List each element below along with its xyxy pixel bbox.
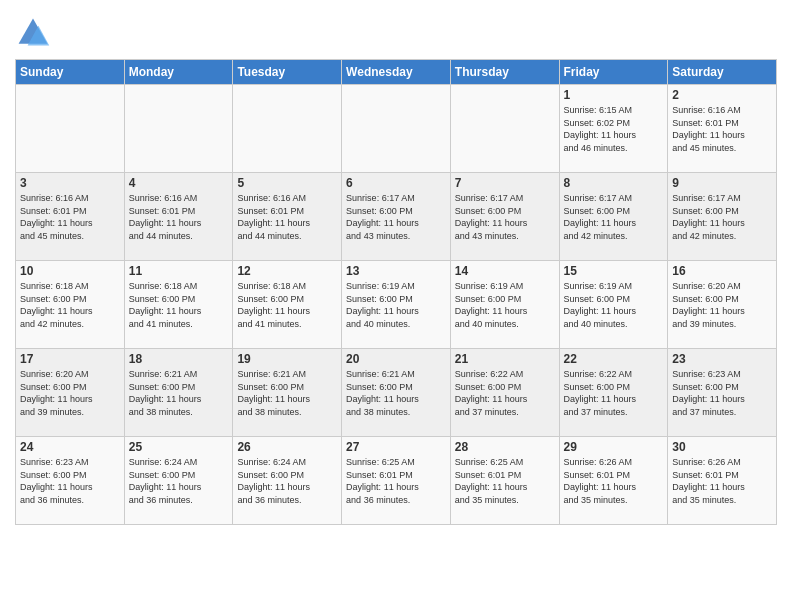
day-info: Sunrise: 6:23 AM Sunset: 6:00 PM Dayligh… — [20, 456, 120, 506]
logo-icon — [15, 15, 51, 51]
day-info: Sunrise: 6:20 AM Sunset: 6:00 PM Dayligh… — [20, 368, 120, 418]
day-info: Sunrise: 6:19 AM Sunset: 6:00 PM Dayligh… — [564, 280, 664, 330]
calendar-cell: 20Sunrise: 6:21 AM Sunset: 6:00 PM Dayli… — [342, 349, 451, 437]
calendar-cell: 13Sunrise: 6:19 AM Sunset: 6:00 PM Dayli… — [342, 261, 451, 349]
calendar-cell: 1Sunrise: 6:15 AM Sunset: 6:02 PM Daylig… — [559, 85, 668, 173]
calendar-week-row: 17Sunrise: 6:20 AM Sunset: 6:00 PM Dayli… — [16, 349, 777, 437]
day-number: 5 — [237, 176, 337, 190]
day-info: Sunrise: 6:16 AM Sunset: 6:01 PM Dayligh… — [237, 192, 337, 242]
day-number: 30 — [672, 440, 772, 454]
day-info: Sunrise: 6:21 AM Sunset: 6:00 PM Dayligh… — [129, 368, 229, 418]
calendar-cell: 15Sunrise: 6:19 AM Sunset: 6:00 PM Dayli… — [559, 261, 668, 349]
calendar-cell: 19Sunrise: 6:21 AM Sunset: 6:00 PM Dayli… — [233, 349, 342, 437]
day-number: 23 — [672, 352, 772, 366]
day-info: Sunrise: 6:19 AM Sunset: 6:00 PM Dayligh… — [346, 280, 446, 330]
day-number: 8 — [564, 176, 664, 190]
day-number: 24 — [20, 440, 120, 454]
day-info: Sunrise: 6:17 AM Sunset: 6:00 PM Dayligh… — [346, 192, 446, 242]
calendar-cell — [16, 85, 125, 173]
day-info: Sunrise: 6:26 AM Sunset: 6:01 PM Dayligh… — [672, 456, 772, 506]
day-info: Sunrise: 6:18 AM Sunset: 6:00 PM Dayligh… — [129, 280, 229, 330]
day-info: Sunrise: 6:25 AM Sunset: 6:01 PM Dayligh… — [346, 456, 446, 506]
day-number: 7 — [455, 176, 555, 190]
weekday-header-thursday: Thursday — [450, 60, 559, 85]
day-number: 4 — [129, 176, 229, 190]
calendar-cell: 11Sunrise: 6:18 AM Sunset: 6:00 PM Dayli… — [124, 261, 233, 349]
day-number: 1 — [564, 88, 664, 102]
weekday-header-saturday: Saturday — [668, 60, 777, 85]
calendar-cell: 16Sunrise: 6:20 AM Sunset: 6:00 PM Dayli… — [668, 261, 777, 349]
calendar-cell: 28Sunrise: 6:25 AM Sunset: 6:01 PM Dayli… — [450, 437, 559, 525]
day-info: Sunrise: 6:23 AM Sunset: 6:00 PM Dayligh… — [672, 368, 772, 418]
day-number: 20 — [346, 352, 446, 366]
calendar-cell: 23Sunrise: 6:23 AM Sunset: 6:00 PM Dayli… — [668, 349, 777, 437]
calendar-cell: 30Sunrise: 6:26 AM Sunset: 6:01 PM Dayli… — [668, 437, 777, 525]
day-info: Sunrise: 6:21 AM Sunset: 6:00 PM Dayligh… — [237, 368, 337, 418]
day-info: Sunrise: 6:24 AM Sunset: 6:00 PM Dayligh… — [129, 456, 229, 506]
day-info: Sunrise: 6:22 AM Sunset: 6:00 PM Dayligh… — [564, 368, 664, 418]
day-number: 18 — [129, 352, 229, 366]
day-info: Sunrise: 6:26 AM Sunset: 6:01 PM Dayligh… — [564, 456, 664, 506]
day-info: Sunrise: 6:25 AM Sunset: 6:01 PM Dayligh… — [455, 456, 555, 506]
calendar-cell: 26Sunrise: 6:24 AM Sunset: 6:00 PM Dayli… — [233, 437, 342, 525]
weekday-header-monday: Monday — [124, 60, 233, 85]
calendar-cell — [342, 85, 451, 173]
day-info: Sunrise: 6:19 AM Sunset: 6:00 PM Dayligh… — [455, 280, 555, 330]
day-number: 17 — [20, 352, 120, 366]
day-number: 11 — [129, 264, 229, 278]
calendar-week-row: 10Sunrise: 6:18 AM Sunset: 6:00 PM Dayli… — [16, 261, 777, 349]
day-info: Sunrise: 6:18 AM Sunset: 6:00 PM Dayligh… — [237, 280, 337, 330]
day-number: 25 — [129, 440, 229, 454]
day-number: 22 — [564, 352, 664, 366]
calendar-cell: 12Sunrise: 6:18 AM Sunset: 6:00 PM Dayli… — [233, 261, 342, 349]
logo — [15, 15, 55, 51]
weekday-header-friday: Friday — [559, 60, 668, 85]
day-info: Sunrise: 6:17 AM Sunset: 6:00 PM Dayligh… — [672, 192, 772, 242]
day-info: Sunrise: 6:18 AM Sunset: 6:00 PM Dayligh… — [20, 280, 120, 330]
day-number: 28 — [455, 440, 555, 454]
calendar-body: 1Sunrise: 6:15 AM Sunset: 6:02 PM Daylig… — [16, 85, 777, 525]
calendar-cell — [233, 85, 342, 173]
day-number: 12 — [237, 264, 337, 278]
calendar-cell — [124, 85, 233, 173]
calendar-cell: 7Sunrise: 6:17 AM Sunset: 6:00 PM Daylig… — [450, 173, 559, 261]
day-info: Sunrise: 6:17 AM Sunset: 6:00 PM Dayligh… — [564, 192, 664, 242]
calendar-week-row: 24Sunrise: 6:23 AM Sunset: 6:00 PM Dayli… — [16, 437, 777, 525]
calendar-cell — [450, 85, 559, 173]
day-info: Sunrise: 6:20 AM Sunset: 6:00 PM Dayligh… — [672, 280, 772, 330]
day-info: Sunrise: 6:21 AM Sunset: 6:00 PM Dayligh… — [346, 368, 446, 418]
calendar-week-row: 3Sunrise: 6:16 AM Sunset: 6:01 PM Daylig… — [16, 173, 777, 261]
day-info: Sunrise: 6:24 AM Sunset: 6:00 PM Dayligh… — [237, 456, 337, 506]
calendar-cell: 5Sunrise: 6:16 AM Sunset: 6:01 PM Daylig… — [233, 173, 342, 261]
calendar-cell: 22Sunrise: 6:22 AM Sunset: 6:00 PM Dayli… — [559, 349, 668, 437]
calendar: SundayMondayTuesdayWednesdayThursdayFrid… — [15, 59, 777, 525]
day-info: Sunrise: 6:16 AM Sunset: 6:01 PM Dayligh… — [129, 192, 229, 242]
weekday-header-wednesday: Wednesday — [342, 60, 451, 85]
calendar-header: SundayMondayTuesdayWednesdayThursdayFrid… — [16, 60, 777, 85]
day-number: 29 — [564, 440, 664, 454]
day-number: 21 — [455, 352, 555, 366]
day-number: 10 — [20, 264, 120, 278]
header — [15, 10, 777, 51]
day-number: 9 — [672, 176, 772, 190]
day-number: 13 — [346, 264, 446, 278]
calendar-cell: 14Sunrise: 6:19 AM Sunset: 6:00 PM Dayli… — [450, 261, 559, 349]
calendar-cell: 8Sunrise: 6:17 AM Sunset: 6:00 PM Daylig… — [559, 173, 668, 261]
calendar-cell: 2Sunrise: 6:16 AM Sunset: 6:01 PM Daylig… — [668, 85, 777, 173]
calendar-cell: 21Sunrise: 6:22 AM Sunset: 6:00 PM Dayli… — [450, 349, 559, 437]
calendar-cell: 10Sunrise: 6:18 AM Sunset: 6:00 PM Dayli… — [16, 261, 125, 349]
calendar-cell: 4Sunrise: 6:16 AM Sunset: 6:01 PM Daylig… — [124, 173, 233, 261]
day-number: 16 — [672, 264, 772, 278]
page: SundayMondayTuesdayWednesdayThursdayFrid… — [0, 0, 792, 612]
calendar-week-row: 1Sunrise: 6:15 AM Sunset: 6:02 PM Daylig… — [16, 85, 777, 173]
day-info: Sunrise: 6:15 AM Sunset: 6:02 PM Dayligh… — [564, 104, 664, 154]
day-number: 14 — [455, 264, 555, 278]
day-info: Sunrise: 6:16 AM Sunset: 6:01 PM Dayligh… — [20, 192, 120, 242]
calendar-cell: 27Sunrise: 6:25 AM Sunset: 6:01 PM Dayli… — [342, 437, 451, 525]
calendar-cell: 9Sunrise: 6:17 AM Sunset: 6:00 PM Daylig… — [668, 173, 777, 261]
day-info: Sunrise: 6:17 AM Sunset: 6:00 PM Dayligh… — [455, 192, 555, 242]
day-number: 15 — [564, 264, 664, 278]
calendar-cell: 3Sunrise: 6:16 AM Sunset: 6:01 PM Daylig… — [16, 173, 125, 261]
weekday-row: SundayMondayTuesdayWednesdayThursdayFrid… — [16, 60, 777, 85]
calendar-cell: 6Sunrise: 6:17 AM Sunset: 6:00 PM Daylig… — [342, 173, 451, 261]
